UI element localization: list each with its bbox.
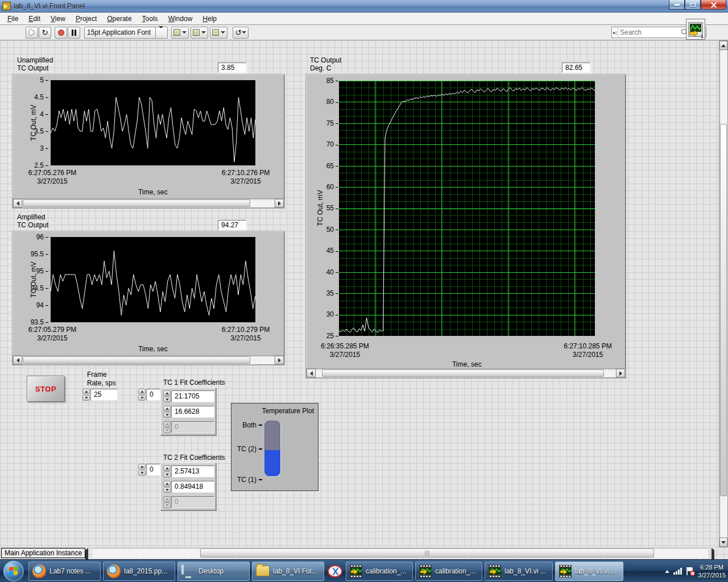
align-objects-button[interactable] xyxy=(171,27,189,39)
temp-plot-option-both[interactable]: Both xyxy=(233,421,262,429)
tc2-index-spinner[interactable] xyxy=(138,464,146,476)
taskbar-button-calibration-2[interactable]: calibration_... xyxy=(415,562,482,581)
amplified-x-scrollbar[interactable] xyxy=(13,355,284,365)
taskbar-button-snipping-tool[interactable] xyxy=(326,562,344,581)
tc1-elem0-field[interactable]: 21.1705 xyxy=(171,390,214,402)
window-titlebar[interactable]: lab_8_VI.vi Front Panel xyxy=(0,0,728,13)
reorder-button[interactable]: ↺ xyxy=(233,27,249,39)
taskbar-button-lab8-vi-2[interactable]: lab_8_VI.vi ... xyxy=(555,562,623,581)
axis-tick-label: 3.5 xyxy=(34,127,48,135)
axis-tick-label: 95.5 xyxy=(31,250,48,258)
scroll-right-icon[interactable] xyxy=(275,199,284,207)
temperature-plot-title: Temperature Plot xyxy=(262,407,314,415)
temp-plot-slider[interactable] xyxy=(264,421,280,476)
menu-help[interactable]: Help xyxy=(197,14,222,24)
pause-button[interactable] xyxy=(68,27,80,39)
run-button[interactable] xyxy=(26,27,38,39)
scroll-left-icon[interactable] xyxy=(13,199,22,207)
tc2-index-field[interactable]: 0 xyxy=(146,464,161,476)
tc1-index-field[interactable]: 0 xyxy=(146,389,161,401)
vi-icon-panel[interactable]: 1 xyxy=(686,19,705,40)
temp-plot-option-tc1[interactable]: TC (1) xyxy=(233,476,262,484)
menu-window[interactable]: Window xyxy=(163,14,198,24)
start-button[interactable] xyxy=(3,561,24,581)
axis-tick-label: 85 xyxy=(326,77,338,85)
menu-file[interactable]: File xyxy=(2,14,23,24)
temperature-plot-area[interactable] xyxy=(339,81,595,336)
menu-edit[interactable]: Edit xyxy=(23,14,46,24)
labview-icon xyxy=(489,565,501,577)
scroll-right-icon[interactable] xyxy=(275,356,284,364)
taskbar-button-desktop[interactable]: Desktop xyxy=(177,562,250,581)
search-input[interactable] xyxy=(618,28,680,36)
tc2-elem0-field[interactable]: 2.57413 xyxy=(171,465,214,477)
taskbar-button-lab8-vi-1[interactable]: lab_8_VI.vi ... xyxy=(485,562,553,581)
tc1-index-control: 0 xyxy=(138,389,161,401)
network-icon[interactable] xyxy=(673,568,682,575)
taskbar-button-lab8-folder[interactable]: lab_8_VI Fol... xyxy=(252,562,324,581)
unamplified-x-scrollbar[interactable] xyxy=(13,198,284,208)
tc2-elem0-spinner[interactable] xyxy=(163,465,171,477)
frame-rate-field[interactable]: 25 xyxy=(90,389,118,401)
scroll-up-icon[interactable] xyxy=(719,41,727,50)
minimize-button[interactable] xyxy=(669,0,685,10)
run-arrow-icon xyxy=(30,29,35,36)
amplified-digital-display[interactable]: 94.27 xyxy=(218,220,246,230)
chevron-down-icon xyxy=(155,27,165,38)
run-continuous-button[interactable]: ↻ xyxy=(39,27,51,39)
scroll-left-icon[interactable] xyxy=(13,356,22,364)
vi-icon-badge: 1 xyxy=(701,34,704,39)
taskbar-button-calibration-1[interactable]: calibration_... xyxy=(346,562,413,581)
distribute-objects-icon xyxy=(193,29,200,36)
amplified-chart: TC Out, mV 9695.59594.59493.5 6:27:05.27… xyxy=(13,231,284,365)
scroll-left-icon[interactable] xyxy=(307,369,316,377)
temperature-digital-display[interactable]: 82.65 xyxy=(562,63,590,73)
temperature-x-scrollbar[interactable] xyxy=(306,368,626,378)
menu-view[interactable]: View xyxy=(46,14,71,24)
close-button[interactable] xyxy=(701,0,726,10)
tc2-elem1-spinner[interactable] xyxy=(163,481,171,493)
menu-operate[interactable]: Operate xyxy=(102,14,136,24)
stop-button[interactable]: STOP xyxy=(27,376,65,402)
panel-h-scrollbar[interactable] xyxy=(92,548,709,558)
tc1-elem1-spinner[interactable] xyxy=(163,406,171,418)
taskbar-button-la8-2015[interactable]: la8_2015.pp... xyxy=(103,562,175,581)
temperature-chart: TC Out, mV 85807570656055504540353025 6:… xyxy=(306,74,626,378)
search-collapse-button[interactable]: ▸| xyxy=(612,27,618,38)
taskbar-clock[interactable]: 6:28 PM 3/27/2015 xyxy=(698,563,726,579)
panel-v-scrollbar[interactable] xyxy=(719,40,728,547)
unamplified-plot-area[interactable] xyxy=(51,80,255,165)
app-instance-label[interactable]: Main Application Instance xyxy=(1,548,85,558)
amplified-plot-area[interactable] xyxy=(51,237,255,322)
tray-expand-icon[interactable] xyxy=(665,570,669,573)
tc2-elem2-field: 0 xyxy=(171,496,214,508)
frame-rate-spinner[interactable] xyxy=(82,389,90,401)
taskbar-button-lab7-notes[interactable]: Lab7 notes ... xyxy=(28,562,101,581)
scroll-right-icon[interactable] xyxy=(616,369,625,377)
axis-tick-label: 4.5 xyxy=(34,93,48,101)
action-center-flag-icon[interactable] xyxy=(686,567,694,576)
distribute-objects-button[interactable] xyxy=(191,27,208,39)
temperature-x-start: 6:26:35.285 PM3/27/2015 xyxy=(307,342,383,359)
tc1-elem2-spinner xyxy=(163,421,171,433)
scroll-down-icon[interactable] xyxy=(719,538,727,547)
tc1-elem1-field[interactable]: 16.6628 xyxy=(171,406,214,418)
resize-objects-button[interactable] xyxy=(210,27,228,39)
tc2-elem1-field[interactable]: 0.849418 xyxy=(171,481,214,493)
temperature-y-ticks: 85807570656055504540353025 xyxy=(315,77,338,340)
tc1-index-spinner[interactable] xyxy=(138,389,146,401)
temperature-plot-selector: Temperature Plot Both TC (2) TC (1) xyxy=(231,403,318,491)
abort-button[interactable] xyxy=(55,27,67,39)
system-tray: 6:28 PM 3/27/2015 xyxy=(665,560,726,582)
axis-tick-label: 4 xyxy=(40,110,48,118)
temp-plot-option-tc2[interactable]: TC (2) xyxy=(233,445,262,453)
restore-button[interactable] xyxy=(685,0,701,10)
firefox-icon xyxy=(32,564,46,578)
font-selector[interactable]: 15pt Application Font xyxy=(84,27,168,39)
desktop: lab_8_VI.vi Front Panel File Edit View P… xyxy=(0,0,728,582)
tc1-elem0-spinner[interactable] xyxy=(163,390,171,402)
menu-tools[interactable]: Tools xyxy=(137,14,163,24)
unamplified-digital-display[interactable]: 3.85 xyxy=(218,63,246,73)
amplified-x-end: 6:27:10.279 PM3/27/2015 xyxy=(209,326,283,343)
menu-project[interactable]: Project xyxy=(71,14,102,24)
